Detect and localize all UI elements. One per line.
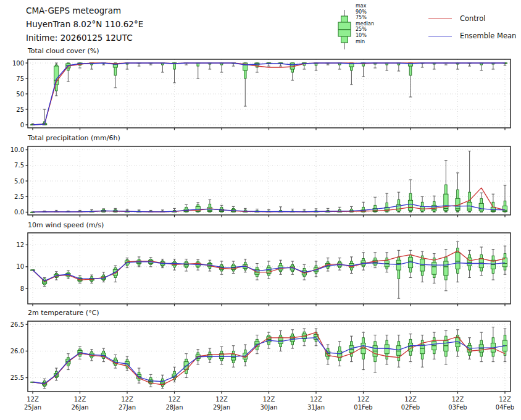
- box-whisker: [278, 260, 283, 274]
- x-tick-label: 30Jan: [260, 404, 277, 411]
- box-whisker: [491, 327, 495, 362]
- x-tick-label: 01Feb: [354, 404, 372, 411]
- x-tick-label: 12Z: [121, 396, 133, 403]
- x-tick-label: 12Z: [357, 396, 370, 403]
- x-tick-label: 31Jan: [307, 404, 325, 411]
- x-tick-label: 12Z: [310, 396, 322, 403]
- x-tick-label: 12Z: [452, 396, 464, 403]
- box-whisker: [420, 335, 425, 367]
- box-whisker: [502, 185, 507, 212]
- panel-border: [28, 59, 511, 128]
- box-whisker: [444, 331, 448, 364]
- x-tick-label: 12Z: [27, 396, 39, 403]
- box-whisker: [479, 332, 483, 362]
- box-whisker: [361, 253, 365, 270]
- y-tick-label: 2.5: [14, 193, 24, 200]
- box-whisker: [479, 193, 483, 212]
- box-whisker: [196, 63, 200, 78]
- box-whisker: [432, 196, 436, 212]
- y-tick-label: 5.0: [14, 178, 24, 185]
- box-whisker: [385, 193, 389, 212]
- x-tick-label: 03Feb: [448, 404, 467, 411]
- box-whisker: [207, 348, 212, 363]
- box-whisker: [408, 63, 412, 97]
- y-tick-label: 0.0: [14, 209, 24, 216]
- box-whisker: [207, 200, 212, 212]
- x-tick-label: 12Z: [499, 396, 511, 403]
- panel-wind: 81012: [16, 233, 511, 306]
- x-tick-label: 04Feb: [496, 404, 514, 411]
- x-tick-label: 27Jan: [119, 404, 136, 411]
- box-whisker: [219, 205, 223, 212]
- box-whisker: [432, 332, 436, 359]
- box-whisker: [479, 247, 483, 275]
- box-whisker: [373, 253, 377, 268]
- panel-cloud: 0255075100: [12, 59, 511, 130]
- box-whisker: [432, 63, 436, 69]
- box-whisker: [502, 246, 507, 274]
- box-whisker: [467, 250, 472, 277]
- box-whisker: [444, 250, 448, 291]
- box-whisker: [491, 250, 495, 280]
- x-tick-label: 12Z: [263, 396, 275, 403]
- panel-border: [28, 146, 511, 215]
- box-whisker: [373, 63, 377, 68]
- box-whisker: [491, 63, 495, 69]
- box-whisker: [243, 63, 248, 106]
- box-whisker: [420, 63, 425, 67]
- y-tick-label: 10: [16, 263, 24, 270]
- box-whisker: [432, 254, 436, 284]
- x-tick-label: 26Jan: [71, 404, 88, 411]
- box-whisker: [479, 63, 483, 70]
- x-tick-label: 12Z: [169, 396, 181, 403]
- x-tick-label: 29Jan: [213, 404, 230, 411]
- box-whisker: [314, 329, 318, 346]
- box-whisker: [172, 63, 177, 83]
- box-whisker: [113, 63, 117, 88]
- y-tick-label: 50: [16, 91, 24, 98]
- box-whisker: [219, 63, 223, 72]
- meteogram-figure: CMA-GEPS meteogram HuyenTran 8.02°N 110.…: [0, 0, 521, 420]
- box-whisker: [502, 329, 507, 362]
- x-tick-label: 12Z: [215, 396, 228, 403]
- box-whisker: [302, 329, 306, 346]
- y-tick-label: 0: [20, 122, 24, 128]
- panel-temp: 25.526.026.512Z25Jan12Z26Jan12Z27Jan12Z2…: [10, 321, 514, 411]
- box-whisker: [467, 63, 472, 66]
- x-tick-label: 02Feb: [401, 404, 420, 411]
- x-tick-label: 25Jan: [24, 404, 41, 411]
- box-whisker: [160, 63, 165, 72]
- box-whisker: [385, 335, 389, 364]
- box-whisker: [219, 346, 223, 364]
- box-whisker: [349, 63, 354, 85]
- box-whisker: [456, 242, 460, 282]
- box-whisker: [125, 63, 129, 69]
- box-whisker: [314, 63, 318, 70]
- box-whisker: [467, 151, 472, 212]
- box-whisker: [137, 63, 141, 66]
- x-tick-label: 12Z: [74, 396, 86, 403]
- y-tick-label: 75: [16, 75, 24, 82]
- box-whisker: [396, 335, 401, 367]
- box-whisker: [385, 63, 389, 70]
- y-tick-label: 12: [16, 242, 24, 248]
- y-tick-label: 100: [12, 60, 24, 67]
- meteogram-chart: 02550751000.02.55.07.510.08101225.526.02…: [0, 0, 521, 420]
- box-whisker: [420, 196, 425, 212]
- x-tick-label: 12Z: [404, 396, 417, 403]
- y-tick-label: 26.5: [10, 321, 24, 328]
- box-whisker: [207, 63, 212, 69]
- y-tick-label: 7.5: [14, 162, 24, 169]
- x-tick-label: 28Jan: [165, 404, 183, 411]
- box-whisker: [373, 197, 377, 212]
- box-whisker: [361, 63, 365, 77]
- box-whisker: [361, 332, 365, 369]
- box-whisker: [456, 63, 460, 69]
- box-whisker: [456, 330, 460, 356]
- y-tick-label: 26.0: [10, 348, 24, 355]
- box-whisker: [396, 63, 401, 71]
- y-tick-label: 25: [16, 106, 24, 113]
- box-whisker: [338, 63, 342, 69]
- y-tick-label: 8: [20, 285, 24, 292]
- box-whisker: [385, 253, 389, 272]
